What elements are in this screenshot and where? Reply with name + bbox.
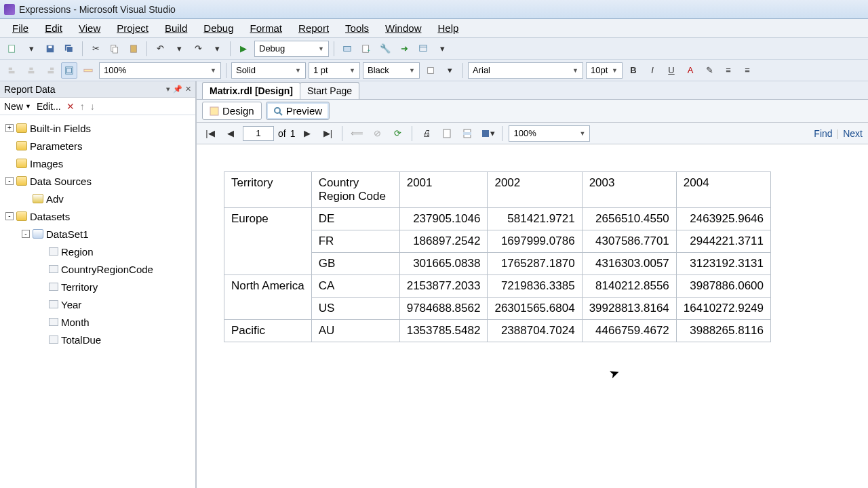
print-layout-button[interactable] [439, 125, 455, 142]
undo-dropdown[interactable]: ▾ [171, 41, 187, 57]
page-setup-button[interactable] [459, 125, 475, 142]
next-page-button[interactable]: ▶ [299, 125, 315, 142]
font-color-button[interactable]: A [682, 62, 698, 79]
menu-help[interactable]: Help [431, 20, 465, 37]
menu-edit[interactable]: Edit [38, 20, 69, 37]
collapse-icon[interactable]: - [22, 230, 30, 238]
last-page-button[interactable]: ▶| [319, 125, 336, 142]
paste-button[interactable] [125, 41, 142, 57]
toolbox-button[interactable] [339, 41, 355, 57]
start-debug-button[interactable]: ▶ [235, 41, 252, 57]
redo-dropdown[interactable]: ▾ [209, 41, 225, 57]
save-button[interactable] [42, 41, 58, 57]
underline-button[interactable]: U [663, 62, 679, 79]
menu-window[interactable]: Window [378, 20, 428, 37]
menu-view[interactable]: View [72, 20, 107, 37]
prev-page-button[interactable]: ◀ [222, 125, 239, 142]
tab-matrix-rdl[interactable]: Matrix.rdl [Design] [202, 82, 300, 99]
svg-rect-4 [67, 46, 73, 52]
delete-icon[interactable]: ✕ [66, 101, 75, 112]
page-number-input[interactable] [243, 126, 274, 141]
tree-item[interactable]: CountryRegionCode [3, 260, 193, 278]
tree-item[interactable]: TotalDue [3, 331, 193, 348]
deploy-button[interactable]: ➜ [396, 41, 412, 57]
move-down-icon[interactable]: ↓ [90, 101, 95, 112]
menu-debug[interactable]: Debug [197, 20, 240, 37]
window-layout-button[interactable] [415, 41, 431, 57]
font-family-select[interactable]: Arial▼ [468, 62, 583, 79]
tree-item[interactable]: Territory [3, 278, 193, 296]
font-size-select[interactable]: 10pt▼ [586, 62, 623, 79]
tree-item[interactable]: -DataSet1 [3, 225, 193, 243]
tree-item[interactable]: -Data Sources [3, 172, 193, 190]
fill-color-button[interactable] [422, 62, 439, 79]
zoom-select[interactable]: 100%▼ [99, 62, 221, 79]
align-right-edge-button[interactable] [42, 62, 58, 79]
menu-report[interactable]: Report [292, 20, 336, 37]
tree-item[interactable]: Adv [3, 190, 193, 207]
undo-button[interactable]: ↶ [152, 41, 168, 57]
menu-project[interactable]: Project [110, 20, 155, 37]
edit-button[interactable]: Edit... [37, 101, 61, 112]
refresh-button[interactable]: ⟳ [389, 125, 406, 142]
panel-pin-icon[interactable]: 📌 [173, 85, 182, 94]
panel-close-icon[interactable]: ✕ [185, 85, 191, 94]
move-up-icon[interactable]: ↑ [80, 101, 85, 112]
configuration-select[interactable]: Debug▼ [254, 41, 329, 57]
preview-zoom-select[interactable]: 100%▼ [509, 125, 590, 142]
tree-item[interactable]: +Built-in Fields [3, 119, 193, 137]
highlight-button[interactable]: ✎ [701, 62, 717, 79]
value-cell: 4307586.7701 [582, 230, 676, 253]
cut-button[interactable]: ✂ [87, 41, 104, 57]
border-style-select[interactable]: Solid▼ [231, 62, 306, 79]
tab-start-page[interactable]: Start Page [300, 82, 359, 99]
menu-build[interactable]: Build [158, 20, 194, 37]
panel-dropdown-icon[interactable]: ▾ [166, 85, 170, 94]
find-button[interactable]: Find [814, 128, 832, 139]
copy-button[interactable] [106, 41, 123, 57]
bold-button[interactable]: B [625, 62, 642, 79]
design-view-tab[interactable]: Design [202, 102, 262, 120]
menu-tools[interactable]: Tools [338, 20, 376, 37]
properties-button[interactable]: 🔧 [377, 41, 393, 57]
menu-format[interactable]: Format [243, 20, 290, 37]
back-button[interactable]: ⟸ [349, 125, 365, 142]
new-project-dropdown[interactable]: ▾ [23, 41, 39, 57]
align-left-edge-button[interactable] [4, 62, 20, 79]
ruler-button[interactable] [80, 62, 96, 79]
tree-item[interactable]: -Datasets [3, 207, 193, 225]
tree-item[interactable]: Year [3, 296, 193, 313]
value-cell: 3123192.3131 [676, 253, 770, 275]
field-icon [49, 318, 58, 326]
export-button[interactable]: ▾ [479, 125, 496, 142]
add-item-button[interactable]: + [358, 41, 374, 57]
collapse-icon[interactable]: - [5, 212, 14, 220]
print-button[interactable]: 🖨 [418, 125, 435, 142]
menu-file[interactable]: File [5, 20, 35, 37]
save-all-button[interactable] [61, 41, 77, 57]
code-cell: GB [311, 253, 399, 275]
italic-button[interactable]: I [644, 62, 660, 79]
align-center-button[interactable] [23, 62, 39, 79]
first-page-button[interactable]: |◀ [202, 125, 218, 142]
layout-outline-button[interactable] [61, 62, 77, 79]
border-width-select[interactable]: 1 pt▼ [309, 62, 360, 79]
toolbar-overflow[interactable]: ▾ [434, 41, 450, 57]
new-button[interactable]: New ▼ [4, 101, 31, 112]
stop-button[interactable]: ⊘ [369, 125, 385, 142]
border-color-select[interactable]: Black▼ [363, 62, 420, 79]
tree-item[interactable]: Parameters [3, 137, 193, 155]
preview-view-tab[interactable]: Preview [266, 102, 330, 120]
fill-color-dropdown[interactable]: ▾ [441, 62, 458, 79]
new-project-button[interactable] [4, 41, 20, 57]
align-left-button[interactable]: ≡ [720, 62, 736, 79]
align-center-text-button[interactable]: ≡ [739, 62, 755, 79]
expand-icon[interactable]: + [5, 124, 14, 132]
collapse-icon[interactable]: - [5, 177, 14, 185]
tree-item[interactable]: Region [3, 243, 193, 260]
tree-item[interactable]: Month [3, 313, 193, 331]
redo-button[interactable]: ↷ [190, 41, 206, 57]
tree-item[interactable]: Images [3, 155, 193, 172]
find-next-button[interactable]: Next [843, 128, 863, 139]
value-cell: 1353785.5482 [399, 320, 488, 342]
